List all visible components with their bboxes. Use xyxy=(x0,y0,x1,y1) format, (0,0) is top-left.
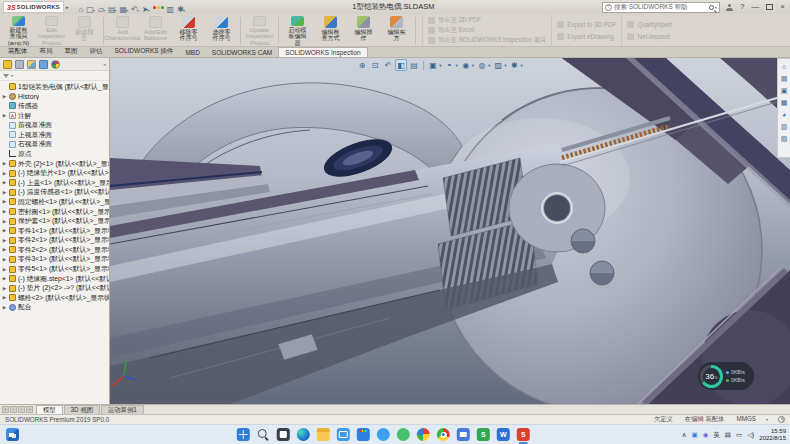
home-icon[interactable]: ⌂ xyxy=(78,0,83,16)
section-view-icon[interactable]: ◧ xyxy=(395,59,407,71)
tab-scroll-icon[interactable]: » xyxy=(26,406,33,413)
tab-评估[interactable]: 评估 xyxy=(84,46,109,57)
file-explorer-icon[interactable] xyxy=(317,428,330,441)
tree-item-零件5-1-默认[interactable]: ▶零件5<1> (默认<<默认>_显示状 xyxy=(0,264,109,274)
cloud-app-icon[interactable] xyxy=(377,428,390,441)
task-view-button[interactable] xyxy=(277,428,290,441)
select-icon[interactable]: ➤▾ xyxy=(142,0,150,16)
login-user-icon[interactable] xyxy=(726,4,733,11)
zoom-fit-icon[interactable]: ⊕ xyxy=(356,59,368,71)
mail-icon[interactable] xyxy=(337,428,350,441)
dropdown-caret-icon[interactable]: ▾ xyxy=(115,8,117,13)
expand-arrow-icon[interactable]: ▶ xyxy=(2,267,7,272)
tree-item-原点[interactable]: 原点 xyxy=(0,149,109,159)
tab-solidworks-插件[interactable]: SOLIDWORKS 插件 xyxy=(109,46,180,57)
start-button[interactable] xyxy=(237,428,250,441)
solidworks-app-icon[interactable]: S xyxy=(517,428,530,441)
green-s-app-icon[interactable]: S xyxy=(477,428,490,441)
propertymanager-icon[interactable] xyxy=(15,60,24,69)
ribbon-button-启动模板编辑器[interactable]: 启动模板编辑器 xyxy=(281,15,314,46)
resources-home-icon[interactable]: ⌂ xyxy=(782,62,786,71)
tab-solidworks-inspection[interactable]: SOLIDWORKS Inspection xyxy=(278,47,368,57)
save-icon[interactable]: ▤▾ xyxy=(108,0,117,16)
view-orientation-icon[interactable]: ▣ xyxy=(427,59,439,71)
speed-monitor-overlay[interactable]: 36% 0KB/s0KB/s xyxy=(698,362,754,390)
logo-flyout-arrow[interactable]: ▸ xyxy=(66,4,69,10)
expand-arrow-icon[interactable]: ▶ xyxy=(2,161,7,166)
ribbon-button-编辑操作[interactable]: 编辑操作 xyxy=(347,15,380,46)
security-tray-icon[interactable]: ▣ xyxy=(691,431,697,439)
help-button[interactable]: ? xyxy=(740,2,744,12)
expand-arrow-icon[interactable]: ▶ xyxy=(2,238,7,243)
tree-item-密封圈-1-默认[interactable]: ▶密封圈<1> (默认<<默认>_显示状 xyxy=(0,207,109,217)
dropdown-caret-icon[interactable]: ▾ xyxy=(137,8,139,13)
dropdown-caret-icon[interactable]: ▾ xyxy=(504,63,506,68)
ribbon-button-编辑实方[interactable]: 编辑实方 xyxy=(380,15,413,46)
minimize-button[interactable]: — xyxy=(751,2,759,12)
tree-item-绝缘垫片-1[interactable]: ▶(-) 绝缘垫片<1> (默认<<默认>_显 xyxy=(0,168,109,178)
status-options-icon[interactable] xyxy=(778,416,785,423)
hide-show-items-icon[interactable]: ◉ xyxy=(460,59,472,71)
file-explorer-icon[interactable]: ▣ xyxy=(781,86,788,95)
expand-arrow-icon[interactable]: ▶ xyxy=(2,199,7,204)
model-tab-3d-视图[interactable]: 3D 视图 xyxy=(64,405,100,414)
wps-app-icon[interactable]: W xyxy=(497,428,510,441)
pack-and-go-icon[interactable]: ▧ xyxy=(781,134,788,143)
open-file-icon[interactable]: ▱▾ xyxy=(98,0,105,16)
tree-item-零件2-1-默认[interactable]: ▶零件2<1> (默认<<默认>_显示状 xyxy=(0,236,109,246)
units-caret-icon[interactable]: ▾ xyxy=(766,417,768,422)
zoom-area-icon[interactable]: ⊡ xyxy=(369,59,381,71)
browser-360-icon[interactable] xyxy=(417,428,430,441)
tree-item-绝缘圈-step[interactable]: ▶(-) 绝缘圈.step<1> (默认<<默认> xyxy=(0,274,109,284)
tab-布局[interactable]: 布局 xyxy=(34,46,59,57)
tree-item-保护套-1-默认[interactable]: ▶保护套<1> (默认<<默认>_显示状 xyxy=(0,216,109,226)
tab-solidworks-cam[interactable]: SOLIDWORKS CAM xyxy=(206,48,278,57)
ribbon-button-编辑检查方式[interactable]: 编辑检查方式 xyxy=(314,15,347,46)
tree-item-传感器[interactable]: 传感器 xyxy=(0,101,109,111)
tree-item-垫片-2-2[interactable]: ▶(-) 垫片 (2)<2> ->? (默认<<默认 xyxy=(0,283,109,293)
dropdown-caret-icon[interactable]: ▾ xyxy=(126,8,128,13)
search-button[interactable] xyxy=(257,428,270,441)
ime-language[interactable]: 英 xyxy=(713,431,720,440)
tree-item-history[interactable]: ▶History xyxy=(0,92,109,102)
view-settings-icon[interactable]: ✱ xyxy=(508,59,520,71)
volume-icon[interactable]: ◁) xyxy=(747,431,754,439)
location-tray-icon[interactable]: ◉ xyxy=(703,431,709,439)
tree-item-零件3-1-默认[interactable]: ▶零件3<1> (默认<<默认>_显示状 xyxy=(0,255,109,265)
dropdown-caret-icon[interactable]: ▾ xyxy=(93,8,95,13)
expand-arrow-icon[interactable]: ▶ xyxy=(2,190,7,195)
expand-arrow-icon[interactable]: ▶ xyxy=(2,209,7,214)
ribbon-button-新建检查项目-amp-n[interactable]: 新建检查项目(amp;N) xyxy=(2,15,35,46)
tree-item-前视基准面[interactable]: 前视基准面 xyxy=(0,120,109,130)
rebuild-traffic-light-icon[interactable] xyxy=(153,6,164,9)
ribbon-button-选择零件序号[interactable]: 选择零件序号 xyxy=(205,15,238,46)
displaymanager-icon[interactable] xyxy=(51,60,60,69)
tab-scroll-icon[interactable]: ‹ xyxy=(10,406,17,413)
apply-scene-icon[interactable]: ▨ xyxy=(492,59,504,71)
expand-arrow-icon[interactable]: ▶ xyxy=(2,219,7,224)
dropdown-caret-icon[interactable]: ▾ xyxy=(520,63,522,68)
edit-appearance-icon[interactable]: ◍ xyxy=(476,59,488,71)
dropdown-caret-icon[interactable]: ▾ xyxy=(148,8,150,13)
model-tab-模型[interactable]: 模型 xyxy=(36,405,63,414)
expand-arrow-icon[interactable]: ▶ xyxy=(2,257,7,262)
dimxpertmanager-icon[interactable] xyxy=(39,60,48,69)
help-search-input[interactable]: ? 搜索 SOLIDWORKS 帮助 ▾ xyxy=(602,2,720,13)
blue-app-icon[interactable] xyxy=(457,428,470,441)
appearances-icon[interactable]: ◕ xyxy=(782,110,786,119)
close-button[interactable]: × xyxy=(780,2,785,12)
filter-caret-icon[interactable]: ▾ xyxy=(11,73,13,78)
tree-item-1型铠装热电偶-默认[interactable]: 1型铠装热电偶 (默认<默认_显示状态-1 xyxy=(0,82,109,92)
design-library-icon[interactable]: ▤ xyxy=(781,74,788,83)
tree-item-固定螺栓-1-默认[interactable]: ▶固定螺栓<1> (默认<<默认>_显示 xyxy=(0,197,109,207)
tab-scroll-icon[interactable]: › xyxy=(18,406,25,413)
tree-item-上视基准面[interactable]: 上视基准面 xyxy=(0,130,109,140)
options-icon[interactable]: ✱▾ xyxy=(177,0,185,16)
dropdown-caret-icon[interactable]: ▾ xyxy=(455,63,457,68)
previous-view-icon[interactable]: ↶ xyxy=(382,59,394,71)
tab-装配体[interactable]: 装配体 xyxy=(2,46,34,57)
dropdown-caret-icon[interactable]: ▾ xyxy=(103,8,105,13)
ribbon-button-移除零件序号[interactable]: 移除零件序号 xyxy=(172,15,205,46)
dropdown-caret-icon[interactable]: ▾ xyxy=(472,63,474,68)
expand-arrow-icon[interactable]: ▶ xyxy=(2,295,7,300)
